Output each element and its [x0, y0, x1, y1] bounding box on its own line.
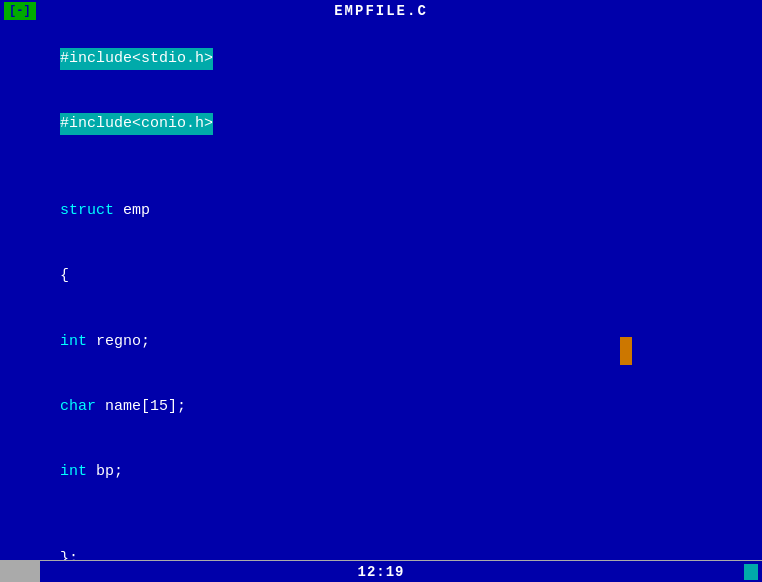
code-line-3	[6, 157, 756, 179]
struct-end: };	[60, 550, 78, 560]
code-line-9	[6, 505, 756, 527]
var-name: name[15];	[96, 398, 186, 415]
window-title: EMPFILE.C	[334, 3, 428, 19]
var-bp: bp;	[87, 463, 123, 480]
brace-open: {	[60, 267, 69, 284]
status-right	[744, 564, 758, 580]
code-line-5: {	[6, 244, 756, 309]
status-cursor-indicator	[744, 564, 758, 580]
editor-body[interactable]: #include<stdio.h> #include<conio.h> stru…	[0, 22, 762, 560]
status-left-panel	[0, 561, 40, 583]
code-line-8: int bp;	[6, 439, 756, 504]
keyword-struct: struct	[60, 202, 114, 219]
include-stdio: #include<stdio.h>	[60, 48, 213, 70]
include-conio: #include<conio.h>	[60, 113, 213, 135]
kw-int-2: int	[60, 463, 87, 480]
code-line-1: #include<stdio.h>	[6, 26, 756, 91]
kw-int-1: int	[60, 333, 87, 350]
title-bar: [-] EMPFILE.C	[0, 0, 762, 22]
code-line-4: struct emp	[6, 178, 756, 243]
kw-char: char	[60, 398, 96, 415]
var-regno: regno;	[87, 333, 150, 350]
editor-window: [-] EMPFILE.C #include<stdio.h> #include…	[0, 0, 762, 582]
status-bar: 12:19	[0, 560, 762, 582]
menu-icon[interactable]: [-]	[4, 2, 36, 20]
orange-cursor-block	[620, 337, 632, 365]
title-bar-left: [-]	[4, 2, 36, 20]
code-line-2: #include<conio.h>	[6, 91, 756, 156]
code-line-10: };	[6, 526, 756, 560]
status-time: 12:19	[357, 564, 404, 580]
code-line-6: int regno;	[6, 309, 756, 374]
struct-name: emp	[114, 202, 150, 219]
code-line-7: char name[15];	[6, 374, 756, 439]
